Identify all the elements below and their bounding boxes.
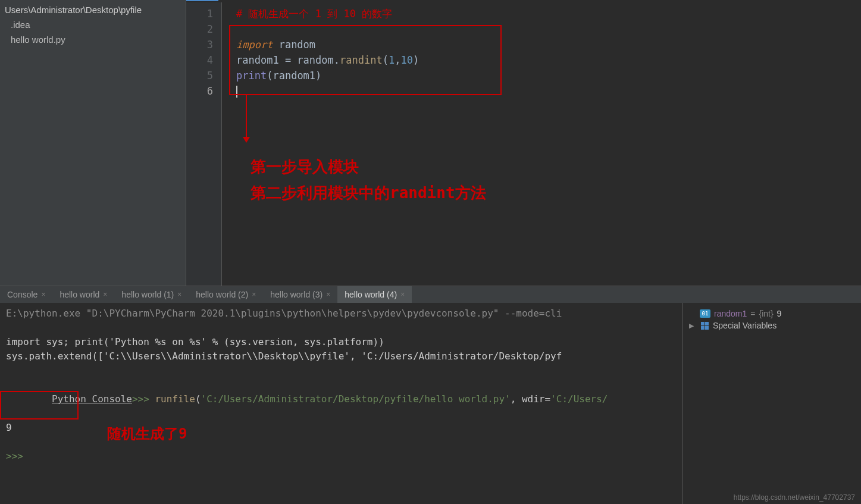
annotation-text-steps: 第一步导入模块 第二步利用模块中的randint方法 <box>251 154 486 206</box>
special-vars-icon <box>700 321 709 330</box>
console-string: 'C:/Users/Administrator/Desktop/pyfile/h… <box>201 393 511 405</box>
variable-type: {int} <box>759 309 773 318</box>
variable-row-special[interactable]: ▶ Special Variables <box>689 320 855 331</box>
code-method: randint <box>340 54 383 66</box>
close-icon[interactable]: × <box>400 290 405 299</box>
console-tab[interactable]: hello world× <box>52 286 114 303</box>
code-comment: # 随机生成一个 1 到 10 的数字 <box>236 8 392 20</box>
console-output[interactable]: E:\python.exe "D:\PYCharm\PyCharm 2020.1… <box>0 303 682 504</box>
code-number: 1 <box>389 54 395 66</box>
code-module: random <box>273 39 315 51</box>
variable-value: 9 <box>777 309 782 318</box>
expand-icon[interactable]: ▶ <box>689 322 696 330</box>
console-prompt: >>> <box>132 393 155 405</box>
annotation-arrow <box>246 95 247 142</box>
active-tab-indicator <box>186 0 218 1</box>
editor-body: 1 2 3 4 5 6 # 随机生成一个 1 到 10 的数字 import r… <box>186 0 861 286</box>
line-number: 4 <box>186 52 213 68</box>
console-header-line: E:\python.exe "D:\PYCharm\PyCharm 2020.1… <box>6 306 677 321</box>
annotation-text-result: 随机生成了9 <box>107 427 187 441</box>
close-icon[interactable]: × <box>177 290 181 299</box>
line-gutter: 1 2 3 4 5 6 <box>186 2 222 286</box>
line-number: 6 <box>186 83 213 99</box>
console-tab[interactable]: hello world (1)× <box>114 286 189 303</box>
console-call: runfile <box>155 393 195 405</box>
editor-pane: 1 2 3 4 5 6 # 随机生成一个 1 到 10 的数字 import r… <box>186 0 861 286</box>
line-number: 5 <box>186 68 213 83</box>
project-root[interactable]: Users\Administrator\Desktop\pyfile <box>0 2 186 17</box>
console-tab-bar: Console× hello world× hello world (1)× h… <box>0 286 861 303</box>
special-variables-label: Special Variables <box>713 321 777 330</box>
console-tab[interactable]: Console× <box>0 286 52 303</box>
console-line: sys.path.extend(['C:\\Users\\Administrat… <box>6 349 677 364</box>
code-text: random1 = random. <box>236 54 340 66</box>
code-area[interactable]: # 随机生成一个 1 到 10 的数字 import random random… <box>222 2 861 286</box>
console-prompt[interactable]: >>> <box>6 449 677 464</box>
console-body: E:\python.exe "D:\PYCharm\PyCharm 2020.1… <box>0 303 861 504</box>
project-panel: Users\Administrator\Desktop\pyfile .idea… <box>0 0 186 286</box>
annotation-step1: 第一步导入模块 <box>251 154 486 180</box>
variable-row[interactable]: 01 random1 = {int} 9 <box>689 308 855 320</box>
code-builtin-print: print <box>236 70 267 82</box>
variable-name: random1 <box>714 309 747 318</box>
text-cursor <box>236 86 237 98</box>
console-tab-active[interactable]: hello world (4)× <box>337 286 412 303</box>
project-item-idea[interactable]: .idea <box>0 17 186 32</box>
close-icon[interactable]: × <box>41 290 45 299</box>
line-number: 1 <box>186 6 213 21</box>
console-line: import sys; print('Python %s on %s' % (s… <box>6 335 677 349</box>
code-number: 10 <box>400 54 412 66</box>
code-arg: random1 <box>273 70 315 82</box>
console-label: Python Console <box>52 393 132 405</box>
console-tab[interactable]: hello world (2)× <box>189 286 263 303</box>
project-item-hello-world[interactable]: hello world.py <box>0 32 186 47</box>
bottom-pane: Console× hello world× hello world (1)× h… <box>0 286 861 504</box>
equals-sign: = <box>750 309 755 318</box>
line-number: 2 <box>186 21 213 37</box>
code-keyword-import: import <box>236 39 273 51</box>
close-icon[interactable]: × <box>326 290 330 299</box>
top-pane: Users\Administrator\Desktop\pyfile .idea… <box>0 0 861 286</box>
console-tab[interactable]: hello world (3)× <box>263 286 337 303</box>
close-icon[interactable]: × <box>103 290 107 299</box>
watermark: https://blog.csdn.net/weixin_47702737 <box>734 493 855 502</box>
int-icon: 01 <box>700 309 710 318</box>
variables-panel: 01 random1 = {int} 9 ▶ Special Variables <box>682 303 861 504</box>
console-string: 'C:/Users/ <box>550 393 608 405</box>
close-icon[interactable]: × <box>252 290 256 299</box>
line-number: 3 <box>186 37 213 52</box>
annotation-step2: 第二步利用模块中的randint方法 <box>251 180 486 206</box>
